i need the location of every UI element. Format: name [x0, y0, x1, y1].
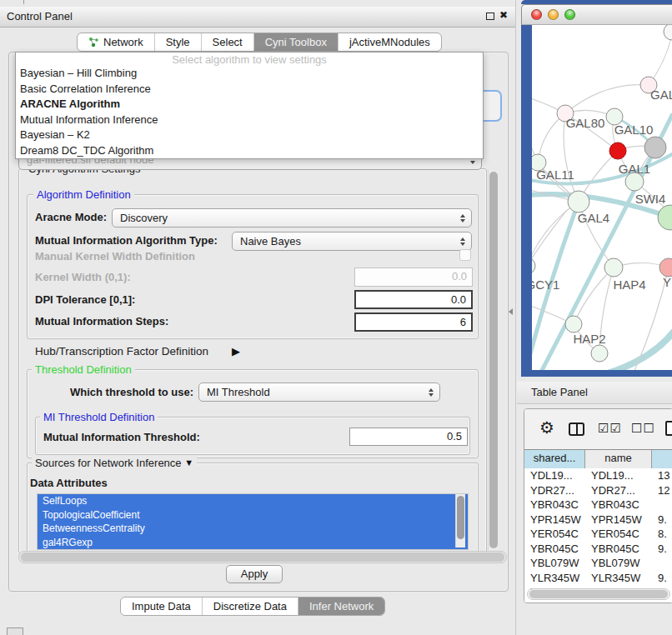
algorithm-definition-title: Algorithm Definition [33, 188, 134, 201]
dropdown-item-list: Bayesian – Hill ClimbingBasic Correlatio… [16, 66, 483, 158]
network-icon [88, 37, 99, 48]
network-node-gal4[interactable] [568, 191, 589, 212]
checked-columns-icon[interactable]: ☑☑ [598, 421, 622, 436]
gear-icon[interactable]: ⚙ [539, 418, 554, 438]
combo-spinner-icon [460, 238, 465, 246]
aracne-mode-value: Discovery [120, 212, 168, 224]
dpi-tolerance-field[interactable]: 0.0 [354, 290, 473, 309]
network-canvas[interactable]: GALGAL80GAL10GAL1GAL11SWI4GAL4GCY1HAP4YH… [532, 25, 672, 370]
tab-style[interactable]: Style [154, 33, 201, 51]
bottom-tab-impute-data[interactable]: Impute Data [121, 598, 202, 615]
bottom-tab-discretize-data[interactable]: Discretize Data [202, 598, 298, 615]
mi-steps-field[interactable]: 6 [354, 312, 473, 332]
network-node[interactable] [658, 205, 672, 230]
splitter-collapse-icon[interactable] [509, 308, 513, 315]
table-row[interactable]: YER054CYER054C8. [524, 527, 672, 542]
attribute-item[interactable]: BetweennessCentrality [38, 522, 468, 536]
attributes-scrollbar[interactable] [455, 494, 465, 548]
network-node-label: HAP2 [573, 332, 605, 346]
table-cell: YBR045C [585, 542, 652, 557]
close-icon[interactable]: ✖ [499, 9, 508, 21]
dropdown-item[interactable]: Dream8 DC_TDC Algorithm [16, 143, 483, 159]
tab-label: Style [166, 33, 190, 51]
tab-cyni-toolbox[interactable]: Cyni Toolbox [253, 33, 338, 51]
network-node-swi4[interactable] [625, 172, 644, 191]
table-row[interactable]: YBR043CYBR043C [524, 498, 672, 512]
dropdown-item[interactable]: Mutual Information Inference [16, 112, 483, 128]
column-header[interactable]: A [652, 450, 672, 468]
bottom-tab-infer-network[interactable]: Infer Network [298, 598, 384, 615]
network-node-gal1[interactable] [609, 142, 626, 159]
column-header[interactable]: name [585, 450, 652, 468]
top-edge-tick [23, 0, 24, 4]
network-edge[interactable] [532, 210, 567, 266]
attribute-item[interactable]: SelfLoops [38, 494, 468, 508]
dropdown-item[interactable]: Basic Correlation Inference [16, 82, 483, 98]
dropdown-item[interactable]: ARACNE Algorithm [16, 97, 483, 112]
dropdown-item[interactable]: Bayesian – K2 [16, 128, 483, 143]
tab-select[interactable]: Select [201, 33, 253, 51]
column-header[interactable]: shared... [524, 450, 585, 468]
which-threshold-combo[interactable]: MI Threshold [198, 382, 440, 402]
table-row[interactable]: YBL079WYBL079W [524, 556, 672, 571]
tab-label: Select [213, 33, 243, 51]
hub-definition-label[interactable]: Hub/Transcription Factor Definition [35, 345, 208, 358]
which-threshold-value: MI Threshold [207, 386, 270, 398]
mi-threshold-field[interactable]: 0.5 [349, 428, 468, 446]
network-node-label: GAL10 [614, 122, 654, 137]
which-threshold-label: Which threshold to use: [70, 386, 193, 398]
tab-jactivemnodules[interactable]: jActiveMNodules [338, 33, 441, 51]
network-edge[interactable] [532, 202, 579, 266]
manual-kernel-width-checkbox[interactable] [459, 249, 471, 261]
table-cell: YBR045C [524, 542, 585, 557]
network-node-hap4[interactable] [604, 258, 623, 277]
kernel-width-field[interactable]: 0.0 [354, 268, 473, 287]
table-cell: 8. [652, 527, 672, 542]
network-window: GALGAL80GAL10GAL1GAL11SWI4GAL4GCY1HAP4YH… [521, 0, 672, 377]
network-node[interactable] [664, 25, 672, 40]
attribute-item[interactable]: gal4RGexp [38, 536, 468, 550]
table-row[interactable]: YLR345WYLR345W9. [524, 571, 672, 586]
table-row[interactable]: YBR045CYBR045C9. [524, 542, 672, 557]
network-window-titlebar[interactable] [521, 4, 672, 25]
network-node-label: Y [663, 275, 671, 289]
network-node-gcy1[interactable] [532, 258, 535, 274]
panel-divider[interactable] [515, 0, 516, 635]
tab-network[interactable]: Network [78, 33, 154, 51]
bottom-left-partial-icon[interactable] [7, 628, 23, 635]
attribute-item[interactable]: TopologicalCoefficient [38, 508, 468, 522]
dropdown-item[interactable]: Bayesian – Hill Climbing [16, 66, 483, 82]
table-cell: YBL079W [524, 556, 585, 571]
aracne-mode-combo[interactable]: Discovery [112, 208, 472, 228]
page-icon[interactable] [665, 421, 672, 436]
columns-icon[interactable] [569, 422, 584, 436]
apply-button[interactable]: Apply [226, 565, 283, 583]
collapse-down-icon[interactable] [184, 457, 193, 469]
network-node-y[interactable] [659, 258, 672, 277]
float-window-icon[interactable] [486, 12, 494, 20]
table-cell: YBR043C [524, 498, 585, 512]
table-row[interactable]: YDL19...YDL19...13 [524, 468, 672, 483]
table-row[interactable]: YPR145WYPR145W9. [524, 512, 672, 528]
network-node[interactable] [591, 345, 608, 362]
table-horizontal-scrollbar[interactable] [527, 588, 670, 600]
close-traffic-light-icon[interactable] [531, 9, 542, 20]
table-row[interactable]: YDR27...YDR27...12 [524, 483, 672, 498]
zoom-traffic-light-icon[interactable] [564, 9, 575, 20]
minimize-traffic-light-icon[interactable] [548, 9, 559, 20]
table-cell: YBR043C [585, 498, 652, 512]
network-node-label: GAL [650, 88, 672, 102]
network-node[interactable] [644, 137, 666, 158]
screen: Control Panel ✖ NetworkStyleSelectCyni T… [0, 0, 672, 635]
network-node-hap2[interactable] [565, 316, 582, 332]
settings-horizontal-scrollbar[interactable] [18, 551, 507, 563]
network-node-label: SWI4 [635, 192, 666, 206]
expand-right-icon[interactable] [232, 343, 240, 358]
network-edge[interactable] [565, 85, 649, 113]
mi-algorithm-type-combo[interactable]: Naive Bayes [232, 232, 472, 251]
unchecked-columns-icon[interactable]: ☐☐ [631, 421, 655, 436]
manual-kernel-width-label: Manual Kernel Width Definition [35, 250, 195, 262]
sources-group-title[interactable]: Sources for Network Inference [32, 457, 197, 469]
network-node-label: GAL4 [578, 211, 609, 225]
settings-vertical-scrollbar[interactable] [488, 170, 499, 550]
